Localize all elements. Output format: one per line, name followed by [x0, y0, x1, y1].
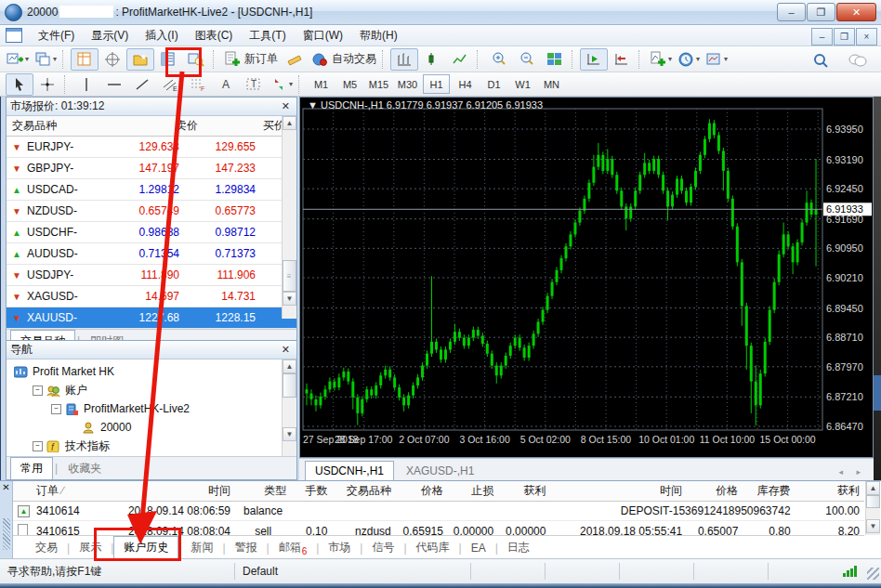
- terminal-column-icon[interactable]: [13, 481, 32, 501]
- auto-scroll-button[interactable]: [580, 48, 608, 71]
- terminal-column-类型[interactable]: 类型: [235, 481, 291, 501]
- timeframe-MN-button[interactable]: MN: [538, 74, 565, 94]
- menu-帮助(H)[interactable]: 帮助(H): [351, 26, 406, 46]
- chart-shift-button[interactable]: [608, 48, 636, 71]
- navigator-item-技术指标[interactable]: −f技术指标: [10, 437, 296, 455]
- timeframe-H4-button[interactable]: H4: [452, 74, 479, 94]
- terminal-column-时间[interactable]: 时间: [550, 481, 687, 501]
- search-icon[interactable]: [807, 49, 835, 72]
- new-order-button[interactable]: 新订单: [221, 48, 281, 71]
- zoom-in-button[interactable]: [485, 48, 513, 71]
- crosshair-window-button[interactable]: [99, 48, 126, 71]
- arrows-shapes-button[interactable]: ▾: [268, 73, 296, 96]
- market-watch-row-XAUUSD-[interactable]: ▼XAUUSD-1227.681228.15: [7, 307, 296, 329]
- close-icon[interactable]: ✕: [279, 344, 293, 356]
- new-chart-button[interactable]: ▾: [4, 48, 32, 71]
- chart-window-usdcnh-h1[interactable]: 6.939506.931906.924506.916906.909506.902…: [299, 97, 874, 458]
- chart-tab-scroll-arrows[interactable]: ◂ ▸: [838, 467, 874, 480]
- close-icon[interactable]: ✕: [279, 100, 293, 112]
- chart-tab-USDCNH-,H1[interactable]: USDCNH-,H1: [305, 461, 394, 480]
- market-watch-row-EURJPY-[interactable]: ▼EURJPY-129.633129.655: [7, 137, 296, 158]
- candlestick-chart[interactable]: 6.939506.931906.924506.916906.909506.902…: [300, 98, 873, 457]
- tile-windows-button[interactable]: [541, 48, 569, 71]
- navigator-tab-常用[interactable]: 常用: [10, 457, 53, 479]
- terminal-tab-警报[interactable]: 警报: [226, 537, 267, 558]
- terminal-tab-代码库[interactable]: 代码库: [407, 537, 459, 558]
- text-button[interactable]: A: [212, 73, 240, 96]
- resize-grip[interactable]: [867, 568, 879, 580]
- minimize-button[interactable]: –: [777, 3, 806, 21]
- navigator-item-20000[interactable]: 20000: [10, 418, 296, 437]
- tree-expander-icon[interactable]: −: [33, 385, 43, 396]
- terminal-tab-信号[interactable]: 信号: [362, 537, 403, 558]
- periods-button[interactable]: ▾: [675, 48, 703, 71]
- close-button[interactable]: ✕: [836, 3, 876, 21]
- chat-icon[interactable]: [844, 49, 872, 72]
- terminal-column-时间[interactable]: 时间: [104, 481, 235, 501]
- menu-图表(C)[interactable]: 图表(C): [187, 26, 242, 46]
- navigator-item-ProfitMarketHK-Live2[interactable]: −ProfitMarketHK-Live2: [10, 399, 296, 418]
- text-label-button[interactable]: T: [240, 73, 268, 96]
- dropdown-caret-icon[interactable]: ▾: [289, 80, 293, 88]
- timeframe-W1-button[interactable]: W1: [509, 74, 536, 94]
- line-chart-button[interactable]: [446, 48, 474, 71]
- metaquotes-alert-button[interactable]: [281, 48, 309, 71]
- indicators-button[interactable]: ▾: [647, 48, 675, 71]
- restore-button[interactable]: ❐: [807, 3, 835, 21]
- navigator-scrollbar[interactable]: ▲ ▼: [282, 359, 296, 456]
- terminal-tab-EA[interactable]: EA: [462, 539, 495, 557]
- terminal-tab-日志[interactable]: 日志: [498, 537, 539, 558]
- chart-tab-XAGUSD-,H1[interactable]: XAGUSD-,H1: [396, 461, 484, 480]
- timeframe-D1-button[interactable]: D1: [480, 74, 507, 94]
- market-watch-row-USDCHF-[interactable]: ▲USDCHF-0.986880.98712: [7, 222, 296, 243]
- terminal-tab-交易[interactable]: 交易: [26, 537, 67, 558]
- mdi-restore-button[interactable]: ❐: [834, 28, 855, 46]
- timeframe-M15-button[interactable]: M15: [365, 74, 392, 94]
- profiles-button[interactable]: ▾: [32, 48, 59, 71]
- menu-窗口(W)[interactable]: 窗口(W): [295, 26, 351, 46]
- templates-button[interactable]: ▾: [703, 48, 730, 71]
- navigator-tab-收藏夹[interactable]: 收藏夹: [58, 457, 112, 479]
- timeframe-H1-button[interactable]: H1: [423, 74, 450, 94]
- close-icon[interactable]: ✕: [0, 482, 12, 492]
- terminal-column-订单[interactable]: 订单 ∕: [32, 481, 104, 501]
- dropdown-caret-icon[interactable]: ▾: [25, 55, 29, 63]
- cursor-button[interactable]: [6, 73, 33, 96]
- vertical-line-button[interactable]: [72, 73, 100, 96]
- timeframe-M5-button[interactable]: M5: [336, 74, 363, 94]
- menu-工具(T)[interactable]: 工具(T): [241, 26, 294, 46]
- bar-chart-button[interactable]: [390, 48, 418, 71]
- tree-expander-icon[interactable]: −: [51, 404, 61, 414]
- tree-expander-icon[interactable]: −: [33, 441, 43, 451]
- timeframe-M1-button[interactable]: M1: [308, 74, 335, 94]
- crosshair-tool-button[interactable]: [33, 73, 61, 96]
- trendline-button[interactable]: [128, 73, 156, 96]
- market-watch-row-USDJPY-[interactable]: ▼USDJPY-111.890111.906: [7, 265, 296, 286]
- navigator-item-Profit Market HK[interactable]: Profit Market HK: [10, 362, 296, 381]
- terminal-tab-新闻[interactable]: 新闻: [181, 537, 222, 558]
- horizontal-line-button[interactable]: [100, 73, 128, 96]
- dropdown-caret-icon[interactable]: ▾: [53, 55, 57, 63]
- dropdown-caret-icon[interactable]: ▾: [724, 55, 728, 63]
- terminal-column-价格[interactable]: 价格: [687, 481, 743, 501]
- status-profile[interactable]: Default: [235, 563, 471, 580]
- market-watch-row-NZDUSD-[interactable]: ▼NZDUSD-0.657490.65773: [7, 201, 296, 222]
- menu-显示(V)[interactable]: 显示(V): [83, 26, 137, 46]
- market-watch-row-GBPJPY-[interactable]: ▼GBPJPY-147.197147.233: [7, 158, 296, 179]
- terminal-tab-市场[interactable]: 市场: [319, 537, 360, 558]
- navigator-button[interactable]: ★: [126, 48, 154, 71]
- terminal-column-获利[interactable]: 获利: [796, 481, 864, 501]
- terminal-column-交易品种[interactable]: 交易品种: [332, 481, 395, 501]
- navigator-item-账户[interactable]: −账户: [10, 381, 296, 399]
- dropdown-caret-icon[interactable]: ▾: [668, 55, 672, 63]
- market-watch-button[interactable]: [71, 48, 99, 71]
- terminal-tab-邮箱[interactable]: 邮箱6: [270, 537, 317, 559]
- drag-grip[interactable]: [3, 518, 10, 550]
- terminal-column-库存费[interactable]: 库存费: [743, 481, 795, 501]
- market-watch-row-USDCAD-[interactable]: ▲USDCAD-1.298121.29834: [7, 179, 296, 201]
- terminal-column-获利[interactable]: 获利: [498, 481, 550, 501]
- terminal-column-价格[interactable]: 价格: [396, 481, 448, 501]
- autotrading-button[interactable]: 自动交易: [309, 48, 379, 71]
- terminal-scrollbar[interactable]: ▲ ▼: [865, 481, 880, 535]
- menu-文件(F)[interactable]: 文件(F): [30, 26, 83, 46]
